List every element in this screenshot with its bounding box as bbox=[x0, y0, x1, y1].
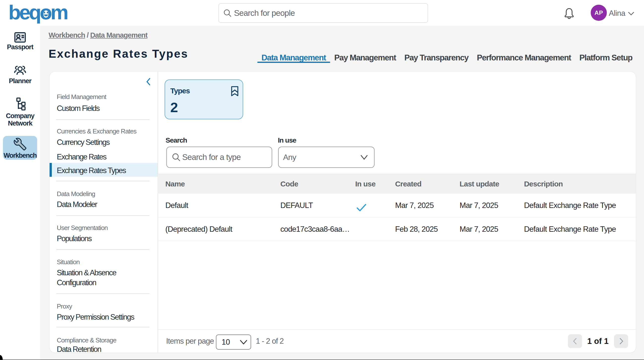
svg-text:beqom: beqom bbox=[8, 3, 68, 23]
